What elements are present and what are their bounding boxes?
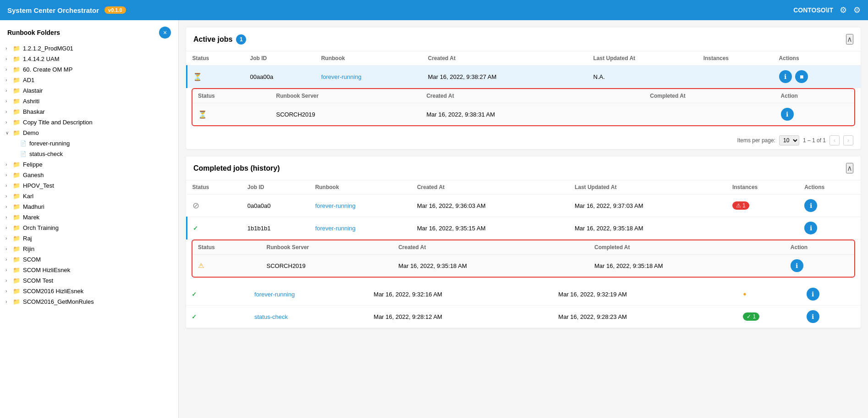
col-instances: Instances	[698, 51, 774, 66]
sidebar-item-felippe[interactable]: › 📁 Felippe	[0, 159, 178, 170]
pagination-next-button[interactable]: ›	[843, 135, 853, 145]
runbook-link[interactable]: status-check	[254, 313, 288, 320]
sidebar-item-madhuri[interactable]: › 📁 Madhuri	[0, 201, 178, 212]
settings-icon[interactable]: ⚙	[840, 5, 847, 15]
folder-icon: 📁	[13, 182, 20, 189]
sidebar-item-scom-test[interactable]: › 📁 SCOM Test	[0, 275, 178, 286]
active-jobs-header: Active jobs 1 ∧	[186, 28, 861, 51]
col-updated: Last Updated At	[569, 180, 727, 195]
sub-col-created: Created At	[421, 89, 644, 103]
sidebar-item-demo[interactable]: ∨ 📁 Demo	[0, 128, 178, 138]
info-button[interactable]: ℹ	[779, 70, 792, 83]
sidebar-item-label: 1.4.14.2 UAM	[23, 56, 60, 62]
runbook-cell: forever-running	[310, 217, 412, 240]
table-row: ✓ status-check Mar 16, 2022, 9:28:12 AM …	[186, 306, 861, 328]
hourglass-icon: ⏳	[198, 111, 207, 118]
folder-icon: 📁	[13, 245, 20, 252]
folder-icon: 📁	[13, 45, 20, 52]
folder-icon: 📁	[13, 108, 20, 115]
runbook-link[interactable]: forever-running	[254, 291, 295, 298]
sidebar-item-scom2016-hizliesnek[interactable]: › 📁 SCOM2016 HizliEsnek	[0, 286, 178, 296]
col-jobid: Job ID	[245, 51, 316, 66]
updated-cell: Mar 16, 2022, 9:32:19 AM	[553, 283, 737, 306]
completed-jobs-collapse-button[interactable]: ∧	[846, 163, 853, 173]
items-per-page-select[interactable]: 10 5 25 50	[779, 135, 799, 145]
sidebar-item-rijin[interactable]: › 📁 Rijin	[0, 244, 178, 254]
chevron-right-icon: ›	[5, 194, 11, 199]
sidebar-scroll: › 📁 1.2.1.2_ProdMG01 › 📁 1.4.14.2 UAM › …	[0, 43, 178, 418]
sub-col-server: Runbook Server	[271, 89, 421, 103]
jobid-cell: 00aa00a	[245, 66, 316, 88]
sidebar-item-6[interactable]: › 📁 Ashriti	[0, 96, 178, 106]
col-actions: Actions	[774, 51, 861, 66]
sidebar-item-scom[interactable]: › 📁 SCOM	[0, 254, 178, 265]
chevron-right-icon: ›	[5, 236, 11, 241]
info-button[interactable]: ℹ	[807, 310, 819, 323]
sidebar-item-copy-title[interactable]: › 📁 Copy Title and Description	[0, 117, 178, 128]
created-cell: Mar 16, 2022, 9:32:16 AM	[368, 283, 553, 306]
app-title: System Center Orchestrator	[7, 6, 99, 14]
sidebar-item-label: status-check	[29, 150, 63, 157]
created-cell: Mar 16, 2022, 9:36:03 AM	[412, 195, 569, 217]
runbook-link[interactable]: forever-running	[315, 225, 356, 232]
chevron-right-icon: ›	[5, 67, 11, 72]
info-button[interactable]: ℹ	[807, 288, 819, 301]
sidebar-item-marek[interactable]: › 📁 Marek	[0, 212, 178, 223]
sidebar-item-label: Alastair	[23, 87, 43, 94]
sidebar-item-raj[interactable]: › 📁 Raj	[0, 233, 178, 244]
sidebar-item-2[interactable]: › 📁 1.4.14.2 UAM	[0, 54, 178, 64]
jobid-cell	[223, 306, 249, 328]
active-jobs-collapse-button[interactable]: ∧	[846, 34, 853, 45]
pagination-prev-button[interactable]: ‹	[830, 135, 840, 145]
sidebar-item-forever-running[interactable]: 📄 forever-running	[0, 138, 178, 149]
sidebar-item-scom2016-getmonrules[interactable]: › 📁 SCOM2016_GetMonRules	[0, 296, 178, 307]
folder-icon: 📁	[13, 214, 20, 221]
sidebar-item-ganesh[interactable]: › 📁 Ganesh	[0, 170, 178, 180]
sidebar-item-5[interactable]: › 📁 Alastair	[0, 85, 178, 96]
sidebar-item-3[interactable]: › 📁 60. Create OM MP	[0, 64, 178, 75]
dot-icon: •	[743, 289, 746, 299]
col-instances: Instances	[727, 180, 799, 195]
completed-job-sub-table-container: Status Runbook Server Created At Complet…	[192, 240, 855, 278]
table-row: ⏳ 00aa00a forever-running Mar 16, 2022, …	[187, 66, 861, 88]
sidebar-item-4[interactable]: › 📁 AD1	[0, 75, 178, 85]
sidebar-item-karl[interactable]: › 📁 Karl	[0, 191, 178, 201]
actions-cell: ℹ	[799, 195, 861, 217]
folder-icon: 📁	[13, 129, 20, 136]
sub-info-button[interactable]: ℹ	[781, 108, 794, 121]
folder-icon: 📁	[13, 172, 20, 178]
user-icon[interactable]: ⚙	[853, 5, 861, 15]
sub-completed-cell: Mar 16, 2022, 9:35:18 AM	[589, 255, 785, 277]
sidebar-item-hpov[interactable]: › 📁 HPOV_Test	[0, 180, 178, 191]
chevron-right-icon: ›	[5, 56, 11, 61]
sidebar-item-7[interactable]: › 📁 Bhaskar	[0, 106, 178, 117]
folder-icon: 📁	[13, 288, 20, 295]
active-jobs-table: Status Job ID Runbook Created At Last Up…	[186, 51, 861, 88]
active-jobs-count: 1	[236, 34, 246, 45]
sidebar-item-1[interactable]: › 📁 1.2.1.2_ProdMG01	[0, 43, 178, 54]
sidebar-item-status-check[interactable]: 📄 status-check	[0, 149, 178, 159]
sidebar-title: Runbook Folders	[7, 29, 60, 36]
info-button[interactable]: ℹ	[804, 222, 817, 234]
sidebar-item-label: SCOM2016_GetMonRules	[23, 298, 94, 305]
sidebar-item-label: AD1	[23, 77, 34, 84]
completed-job-sub-table: Status Runbook Server Created At Complet…	[192, 240, 854, 277]
sub-info-button[interactable]: ℹ	[791, 259, 803, 272]
actions-cell: ℹ	[799, 217, 861, 240]
sidebar-item-orch-training[interactable]: › 📁 Orch Training	[0, 223, 178, 233]
completed-jobs-table-extra: ✓ forever-running Mar 16, 2022, 9:32:16 …	[186, 283, 861, 328]
sub-col-action-label: Action	[785, 240, 854, 255]
status-cell: ⏳	[187, 66, 245, 88]
close-sidebar-button[interactable]: ×	[159, 27, 171, 39]
chevron-right-icon: ›	[5, 173, 11, 178]
runbook-link[interactable]: forever-running	[315, 202, 356, 209]
active-jobs-title: Active jobs 1	[193, 34, 246, 45]
chevron-right-icon: ›	[5, 257, 11, 262]
stop-button[interactable]: ■	[795, 70, 808, 83]
info-button[interactable]: ℹ	[804, 199, 817, 212]
content-area: Active jobs 1 ∧ Status Job ID Runbook Cr…	[179, 20, 868, 418]
created-cell: Mar 16, 2022, 9:35:15 AM	[412, 217, 569, 240]
instances-cell	[727, 217, 799, 240]
runbook-link[interactable]: forever-running	[321, 73, 362, 80]
sidebar-item-scom-hizliesnek[interactable]: › 📁 SCOM HizliEsnek	[0, 265, 178, 275]
